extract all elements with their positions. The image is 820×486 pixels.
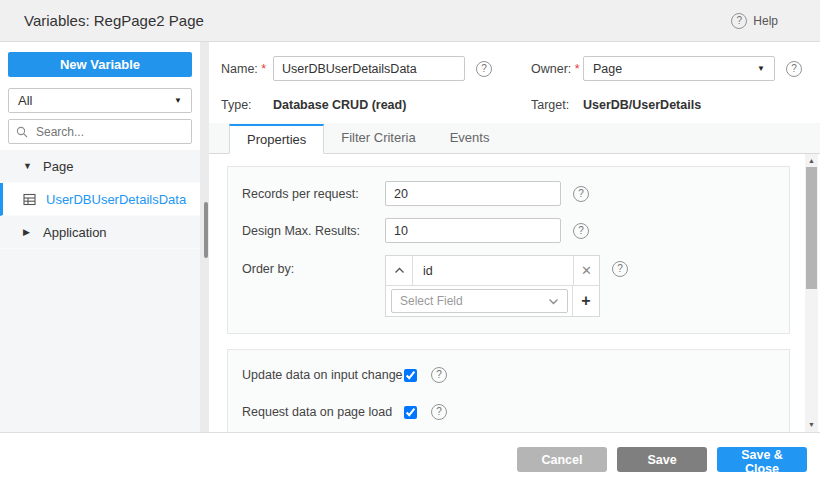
order-by-row: Order by: id ✕ [242, 255, 775, 317]
owner-dropdown[interactable]: Page ▼ [583, 56, 775, 81]
new-variable-button[interactable]: New Variable [8, 52, 192, 77]
sidebar-scrollbar[interactable] [200, 42, 209, 432]
update-on-input-change-row: Update data on input change [242, 367, 775, 383]
sidebar-controls: New Variable All ▼ [0, 42, 200, 150]
database-variable-icon [23, 193, 36, 206]
page-title: Variables: RegPage2 Page [24, 12, 204, 29]
owner-value: Page [593, 62, 622, 76]
content-scrollbar-thumb[interactable] [806, 167, 817, 289]
design-max-results-label: Design Max. Results: [242, 224, 385, 238]
variable-header-form: Name: * Owner: * Page ▼ [209, 42, 820, 112]
variable-search [8, 119, 192, 144]
search-icon [16, 126, 28, 138]
add-order-field-button[interactable]: + [573, 286, 599, 316]
save-and-close-button[interactable]: Save & Close [717, 447, 807, 472]
request-on-page-load-label: Request data on page load [242, 405, 404, 419]
owner-field-group: Owner: * Page ▼ [531, 56, 820, 81]
cancel-button[interactable]: Cancel [517, 447, 607, 472]
variable-filter-value: All [18, 93, 32, 108]
records-help-icon[interactable] [573, 186, 589, 202]
name-field-group: Name: * [221, 56, 531, 81]
dialog-body: New Variable All ▼ ▼ Page [0, 42, 820, 432]
scroll-down-arrow-icon[interactable]: ▼ [805, 418, 818, 430]
order-by-widget: id ✕ Select Field [385, 255, 600, 317]
order-by-label: Order by: [242, 255, 385, 284]
select-field-dropdown[interactable]: Select Field [391, 289, 568, 313]
update-on-input-change-checkbox[interactable] [404, 369, 417, 382]
required-marker: * [575, 62, 580, 76]
detail-tabbar: Properties Filter Criteria Events [209, 123, 820, 154]
design-max-results-input[interactable] [385, 218, 561, 243]
request-on-page-load-checkbox[interactable] [404, 406, 417, 419]
variables-dialog: Variables: RegPage2 Page Help New Variab… [0, 0, 820, 486]
select-field-wrap: Select Field [386, 286, 573, 316]
max-results-help-icon[interactable] [573, 223, 589, 239]
data-settings-group: Records per request: Design Max. Results… [227, 166, 790, 334]
variable-detail-panel: Name: * Owner: * Page ▼ [209, 42, 820, 432]
help-link[interactable]: Help [731, 13, 778, 29]
behavior-settings-group: Update data on input change Request data… [227, 349, 790, 432]
chevron-down-icon: ▼ [757, 65, 765, 73]
type-label: Type: [221, 98, 273, 112]
request-on-load-help-icon[interactable] [431, 404, 447, 420]
save-button[interactable]: Save [617, 447, 707, 472]
target-field-group: Target: UserDB/UserDetails [531, 98, 820, 112]
request-on-page-load-row: Request data on page load [242, 404, 775, 420]
tree-item-label: Page [43, 159, 73, 174]
type-field-group: Type: Database CRUD (read) [221, 98, 531, 112]
tree-item-label: Application [43, 225, 107, 240]
required-marker: * [261, 62, 266, 76]
name-help-icon[interactable] [476, 61, 492, 77]
dialog-footer: Cancel Save Save & Close [0, 432, 820, 486]
type-value: Database CRUD (read) [273, 98, 406, 112]
tab-events[interactable]: Events [433, 123, 507, 153]
variables-sidebar: New Variable All ▼ ▼ Page [0, 42, 200, 432]
target-value: UserDB/UserDetails [583, 98, 701, 112]
name-label: Name: * [221, 62, 273, 76]
titlebar: Variables: RegPage2 Page Help [0, 0, 820, 42]
help-label: Help [753, 14, 778, 28]
chevron-down-icon [548, 298, 559, 305]
order-by-field-value: id [413, 256, 573, 285]
search-input[interactable] [34, 124, 184, 140]
chevron-up-icon [394, 267, 405, 274]
variables-tree: ▼ Page UserDBUserDetailsData ▶ Applicati… [0, 150, 200, 432]
order-by-help-icon[interactable] [612, 261, 628, 277]
update-on-input-change-label: Update data on input change [242, 368, 404, 382]
tab-filter-criteria[interactable]: Filter Criteria [324, 123, 432, 153]
chevron-down-icon: ▼ [174, 97, 182, 105]
tree-item-application[interactable]: ▶ Application [0, 216, 200, 249]
order-by-add-row: Select Field + [386, 285, 599, 316]
content-scrollbar[interactable]: ▲ ▼ [805, 154, 818, 432]
records-per-request-input[interactable] [385, 181, 561, 206]
sort-direction-toggle[interactable] [386, 256, 413, 285]
tree-item-label: UserDBUserDetailsData [46, 192, 186, 207]
tree-item-variable-selected[interactable]: UserDBUserDetailsData [0, 183, 200, 216]
order-by-entry: id ✕ [386, 256, 599, 285]
records-per-request-label: Records per request: [242, 187, 385, 201]
remove-order-field-button[interactable]: ✕ [573, 256, 599, 285]
tab-properties[interactable]: Properties [229, 124, 324, 154]
expanded-triangle-icon[interactable]: ▼ [23, 162, 33, 171]
properties-tab-content: Records per request: Design Max. Results… [209, 154, 820, 432]
sidebar-scrollbar-thumb[interactable] [204, 202, 208, 258]
collapsed-triangle-icon[interactable]: ▶ [23, 228, 33, 237]
update-on-change-help-icon[interactable] [431, 367, 447, 383]
owner-help-icon[interactable] [786, 61, 802, 77]
help-icon [731, 13, 747, 29]
scroll-up-arrow-icon[interactable]: ▲ [805, 154, 818, 166]
target-label: Target: [531, 98, 583, 112]
name-input[interactable] [273, 56, 465, 81]
select-field-placeholder: Select Field [400, 294, 463, 308]
records-per-request-row: Records per request: [242, 181, 775, 206]
design-max-results-row: Design Max. Results: [242, 218, 775, 243]
owner-label: Owner: * [531, 62, 583, 76]
variable-filter-dropdown[interactable]: All ▼ [8, 88, 192, 113]
tree-item-page[interactable]: ▼ Page [0, 150, 200, 183]
